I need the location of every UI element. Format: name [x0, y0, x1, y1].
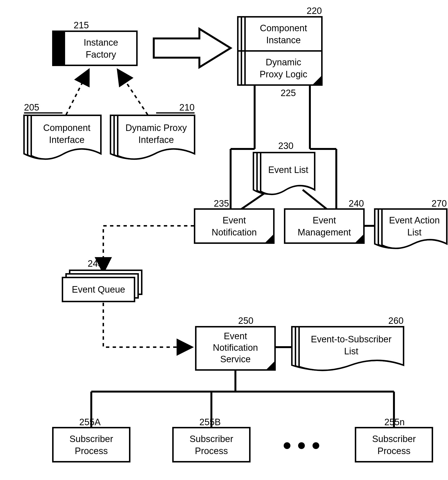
dashed-arrow	[66, 70, 89, 115]
svg-rect-19	[173, 428, 250, 462]
label-line2: Process	[75, 446, 108, 456]
event-management: 240 Event Management	[285, 198, 364, 243]
dashed-arrow	[103, 226, 194, 273]
architecture-diagram: 215 Instance Factory 220 Component Insta…	[0, 0, 448, 480]
id-label: 255B	[199, 417, 221, 427]
label-line1: Component	[43, 123, 91, 133]
id-label: 220	[307, 6, 322, 16]
label-line2: Proxy Logic	[260, 69, 308, 79]
label-line2: Interface	[138, 135, 174, 145]
flow-arrow-icon	[154, 29, 231, 67]
dynamic-proxy-interface: 210 Dynamic Proxy Interface	[111, 102, 195, 159]
svg-point-21	[298, 442, 305, 449]
dashed-arrow	[103, 303, 192, 347]
svg-rect-9	[245, 51, 322, 85]
label-line2: Factory	[86, 49, 116, 60]
event-notification: 235 Event Notification	[195, 198, 274, 243]
id-label: 215	[74, 20, 89, 30]
event-list: 230 Event List	[253, 141, 315, 194]
svg-rect-12	[195, 209, 274, 243]
label-line2: Management	[298, 227, 351, 237]
event-notification-service: 250 Event Notification Service	[196, 316, 275, 370]
svg-rect-13	[285, 209, 364, 243]
label-line2: Process	[195, 446, 228, 456]
id-label: 235	[214, 198, 229, 209]
label-line1: Event-to-Subscriber	[311, 334, 392, 344]
connector	[241, 193, 264, 209]
id-label: 245	[88, 259, 103, 268]
id-label: 250	[238, 316, 253, 326]
id-label: 255n	[384, 417, 405, 427]
id-label: 230	[278, 141, 293, 151]
id-label: 270	[432, 198, 447, 209]
label-line1: Dynamic Proxy	[125, 123, 187, 133]
label-line2: Notification	[213, 343, 258, 353]
component-instance: 220 Component Instance	[238, 6, 322, 51]
label-line1: Subscriber	[189, 434, 233, 444]
label-line1: Event Action	[389, 215, 440, 225]
instance-factory: 215 Instance Factory	[53, 20, 137, 65]
label-line1: Event	[224, 331, 247, 341]
label-line2: Notification	[212, 227, 257, 237]
label-line1: Subscriber	[70, 434, 113, 444]
id-label: 210	[179, 102, 195, 113]
label-line2: Process	[377, 446, 410, 456]
label-line1: Subscriber	[372, 434, 416, 444]
id-label: 225	[280, 88, 296, 98]
label-line1: Component	[260, 23, 307, 33]
component-interface: 205 Component Interface	[24, 102, 101, 159]
id-label: 205	[24, 102, 39, 113]
label-line1: Event	[313, 215, 336, 225]
label-line1: Instance	[84, 37, 118, 48]
svg-point-20	[284, 442, 290, 449]
label-line2: List	[407, 227, 422, 237]
connector	[303, 190, 327, 209]
subscriber-process-a: 255A Subscriber Process	[53, 417, 130, 462]
svg-rect-3	[64, 31, 137, 65]
label-line1: Event Queue	[72, 284, 125, 295]
event-queue: 245 Event Queue	[63, 259, 142, 302]
dashed-arrow	[118, 70, 148, 115]
label-line2: Instance	[266, 35, 301, 45]
id-label: 255A	[79, 417, 101, 427]
event-action-list: 270 Event Action List	[375, 198, 447, 248]
event-to-subscriber-list: 260 Event-to-Subscriber List	[292, 316, 404, 370]
label-line2: List	[344, 346, 358, 356]
label-line1: Event List	[268, 165, 308, 175]
svg-rect-23	[356, 428, 432, 462]
ellipsis-icon	[284, 442, 319, 449]
label-line3: Service	[220, 354, 251, 364]
id-label: 240	[349, 198, 364, 209]
label-line1: Event	[223, 215, 246, 225]
svg-rect-18	[53, 428, 130, 462]
label-line2: Interface	[49, 135, 84, 145]
id-label: 260	[388, 316, 404, 326]
subscriber-process-n: 255n Subscriber Process	[356, 417, 432, 462]
svg-rect-2	[53, 31, 64, 65]
subscriber-process-b: 255B Subscriber Process	[173, 417, 250, 462]
label-line1: Dynamic	[266, 57, 301, 67]
svg-point-22	[313, 442, 319, 449]
svg-rect-6	[245, 17, 322, 51]
